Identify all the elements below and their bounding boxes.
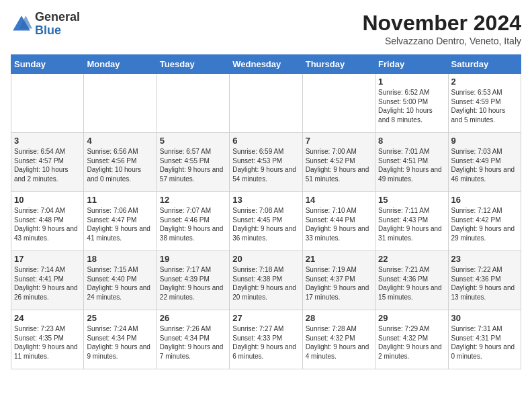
calendar-cell: 9Sunrise: 7:03 AM Sunset: 4:49 PM Daylig… bbox=[448, 133, 521, 192]
day-info: Sunrise: 7:00 AM Sunset: 4:52 PM Dayligh… bbox=[306, 147, 372, 183]
day-number: 29 bbox=[378, 313, 445, 323]
day-info: Sunrise: 7:12 AM Sunset: 4:42 PM Dayligh… bbox=[451, 206, 518, 242]
day-info: Sunrise: 7:17 AM Sunset: 4:39 PM Dayligh… bbox=[160, 265, 226, 302]
day-info: Sunrise: 7:06 AM Sunset: 4:47 PM Dayligh… bbox=[87, 206, 153, 242]
calendar-cell: 8Sunrise: 7:01 AM Sunset: 4:51 PM Daylig… bbox=[375, 133, 448, 192]
day-info: Sunrise: 6:57 AM Sunset: 4:55 PM Dayligh… bbox=[160, 147, 226, 183]
title-block: November 2024 Selvazzano Dentro, Veneto,… bbox=[362, 11, 521, 46]
day-number: 14 bbox=[306, 195, 372, 205]
day-number: 27 bbox=[232, 313, 299, 323]
day-number: 11 bbox=[87, 195, 153, 205]
calendar-body: 1Sunrise: 6:52 AM Sunset: 5:00 PM Daylig… bbox=[11, 74, 521, 369]
calendar-cell: 5Sunrise: 6:57 AM Sunset: 4:55 PM Daylig… bbox=[157, 133, 229, 192]
logo-text: General Blue bbox=[35, 11, 80, 38]
calendar-cell: 28Sunrise: 7:28 AM Sunset: 4:32 PM Dayli… bbox=[302, 310, 375, 369]
day-info: Sunrise: 6:52 AM Sunset: 5:00 PM Dayligh… bbox=[378, 88, 445, 124]
weekday-friday: Friday bbox=[375, 55, 448, 74]
calendar-cell: 19Sunrise: 7:17 AM Sunset: 4:39 PM Dayli… bbox=[157, 251, 229, 310]
calendar-header: SundayMondayTuesdayWednesdayThursdayFrid… bbox=[11, 55, 521, 74]
weekday-saturday: Saturday bbox=[448, 55, 521, 74]
logo-icon bbox=[11, 13, 32, 35]
day-number: 5 bbox=[160, 136, 226, 146]
calendar-cell: 13Sunrise: 7:08 AM Sunset: 4:45 PM Dayli… bbox=[230, 192, 302, 251]
weekday-header-row: SundayMondayTuesdayWednesdayThursdayFrid… bbox=[11, 55, 521, 74]
day-info: Sunrise: 7:01 AM Sunset: 4:51 PM Dayligh… bbox=[378, 147, 445, 183]
calendar-cell: 7Sunrise: 7:00 AM Sunset: 4:52 PM Daylig… bbox=[302, 133, 375, 192]
day-number: 2 bbox=[451, 77, 518, 87]
day-number: 8 bbox=[378, 136, 445, 146]
calendar-cell bbox=[157, 74, 229, 133]
day-info: Sunrise: 7:11 AM Sunset: 4:43 PM Dayligh… bbox=[378, 206, 445, 242]
day-number: 7 bbox=[306, 136, 372, 146]
calendar-cell: 6Sunrise: 6:59 AM Sunset: 4:53 PM Daylig… bbox=[230, 133, 302, 192]
weekday-thursday: Thursday bbox=[302, 55, 375, 74]
calendar-week-1: 1Sunrise: 6:52 AM Sunset: 5:00 PM Daylig… bbox=[11, 74, 521, 133]
day-number: 1 bbox=[378, 77, 445, 87]
calendar-cell: 15Sunrise: 7:11 AM Sunset: 4:43 PM Dayli… bbox=[375, 192, 448, 251]
calendar-cell: 26Sunrise: 7:26 AM Sunset: 4:34 PM Dayli… bbox=[157, 310, 229, 369]
day-number: 17 bbox=[14, 254, 81, 264]
calendar-week-3: 10Sunrise: 7:04 AM Sunset: 4:48 PM Dayli… bbox=[11, 192, 521, 251]
day-number: 23 bbox=[451, 254, 518, 264]
day-info: Sunrise: 7:27 AM Sunset: 4:33 PM Dayligh… bbox=[232, 324, 299, 361]
day-number: 22 bbox=[378, 254, 445, 264]
day-number: 13 bbox=[232, 195, 299, 205]
calendar-cell: 2Sunrise: 6:53 AM Sunset: 4:59 PM Daylig… bbox=[448, 74, 521, 133]
day-info: Sunrise: 7:14 AM Sunset: 4:41 PM Dayligh… bbox=[14, 265, 81, 302]
calendar-cell: 3Sunrise: 6:54 AM Sunset: 4:57 PM Daylig… bbox=[11, 133, 84, 192]
logo: General Blue bbox=[11, 11, 80, 38]
calendar-cell bbox=[230, 74, 302, 133]
calendar-cell: 22Sunrise: 7:21 AM Sunset: 4:36 PM Dayli… bbox=[375, 251, 448, 310]
calendar-week-5: 24Sunrise: 7:23 AM Sunset: 4:35 PM Dayli… bbox=[11, 310, 521, 369]
day-info: Sunrise: 7:15 AM Sunset: 4:40 PM Dayligh… bbox=[87, 265, 153, 302]
day-number: 20 bbox=[232, 254, 299, 264]
day-number: 3 bbox=[14, 136, 81, 146]
weekday-tuesday: Tuesday bbox=[157, 55, 229, 74]
calendar-cell: 10Sunrise: 7:04 AM Sunset: 4:48 PM Dayli… bbox=[11, 192, 84, 251]
calendar-cell: 27Sunrise: 7:27 AM Sunset: 4:33 PM Dayli… bbox=[230, 310, 302, 369]
day-info: Sunrise: 7:19 AM Sunset: 4:37 PM Dayligh… bbox=[306, 265, 372, 302]
calendar-cell: 11Sunrise: 7:06 AM Sunset: 4:47 PM Dayli… bbox=[84, 192, 157, 251]
day-number: 6 bbox=[232, 136, 299, 146]
day-info: Sunrise: 7:04 AM Sunset: 4:48 PM Dayligh… bbox=[14, 206, 81, 242]
calendar-cell bbox=[84, 74, 157, 133]
day-info: Sunrise: 6:56 AM Sunset: 4:56 PM Dayligh… bbox=[87, 147, 153, 183]
calendar-cell bbox=[11, 74, 84, 133]
day-number: 26 bbox=[160, 313, 226, 323]
day-number: 10 bbox=[14, 195, 81, 205]
day-info: Sunrise: 7:28 AM Sunset: 4:32 PM Dayligh… bbox=[306, 324, 372, 361]
day-info: Sunrise: 7:21 AM Sunset: 4:36 PM Dayligh… bbox=[378, 265, 445, 302]
calendar-cell: 4Sunrise: 6:56 AM Sunset: 4:56 PM Daylig… bbox=[84, 133, 157, 192]
calendar-cell bbox=[302, 74, 375, 133]
day-info: Sunrise: 7:31 AM Sunset: 4:31 PM Dayligh… bbox=[451, 324, 518, 361]
day-number: 4 bbox=[87, 136, 153, 146]
day-info: Sunrise: 6:53 AM Sunset: 4:59 PM Dayligh… bbox=[451, 88, 518, 124]
day-info: Sunrise: 6:59 AM Sunset: 4:53 PM Dayligh… bbox=[232, 147, 299, 183]
day-number: 9 bbox=[451, 136, 518, 146]
day-number: 30 bbox=[451, 313, 518, 323]
day-info: Sunrise: 7:29 AM Sunset: 4:32 PM Dayligh… bbox=[378, 324, 445, 361]
page-header: General Blue November 2024 Selvazzano De… bbox=[11, 11, 521, 46]
calendar-cell: 23Sunrise: 7:22 AM Sunset: 4:36 PM Dayli… bbox=[448, 251, 521, 310]
location-subtitle: Selvazzano Dentro, Veneto, Italy bbox=[362, 36, 521, 46]
weekday-sunday: Sunday bbox=[11, 55, 84, 74]
day-number: 15 bbox=[378, 195, 445, 205]
calendar-week-4: 17Sunrise: 7:14 AM Sunset: 4:41 PM Dayli… bbox=[11, 251, 521, 310]
calendar-cell: 1Sunrise: 6:52 AM Sunset: 5:00 PM Daylig… bbox=[375, 74, 448, 133]
calendar-cell: 20Sunrise: 7:18 AM Sunset: 4:38 PM Dayli… bbox=[230, 251, 302, 310]
calendar-cell: 14Sunrise: 7:10 AM Sunset: 4:44 PM Dayli… bbox=[302, 192, 375, 251]
day-info: Sunrise: 7:24 AM Sunset: 4:34 PM Dayligh… bbox=[87, 324, 153, 361]
day-info: Sunrise: 7:07 AM Sunset: 4:46 PM Dayligh… bbox=[160, 206, 226, 242]
day-info: Sunrise: 7:10 AM Sunset: 4:44 PM Dayligh… bbox=[306, 206, 372, 242]
day-number: 19 bbox=[160, 254, 226, 264]
day-number: 21 bbox=[306, 254, 372, 264]
month-title: November 2024 bbox=[362, 11, 521, 36]
day-number: 25 bbox=[87, 313, 153, 323]
day-number: 28 bbox=[306, 313, 372, 323]
day-number: 24 bbox=[14, 313, 81, 323]
day-number: 18 bbox=[87, 254, 153, 264]
day-info: Sunrise: 7:18 AM Sunset: 4:38 PM Dayligh… bbox=[232, 265, 299, 302]
day-info: Sunrise: 6:54 AM Sunset: 4:57 PM Dayligh… bbox=[14, 147, 81, 183]
day-info: Sunrise: 7:03 AM Sunset: 4:49 PM Dayligh… bbox=[451, 147, 518, 183]
calendar-cell: 16Sunrise: 7:12 AM Sunset: 4:42 PM Dayli… bbox=[448, 192, 521, 251]
